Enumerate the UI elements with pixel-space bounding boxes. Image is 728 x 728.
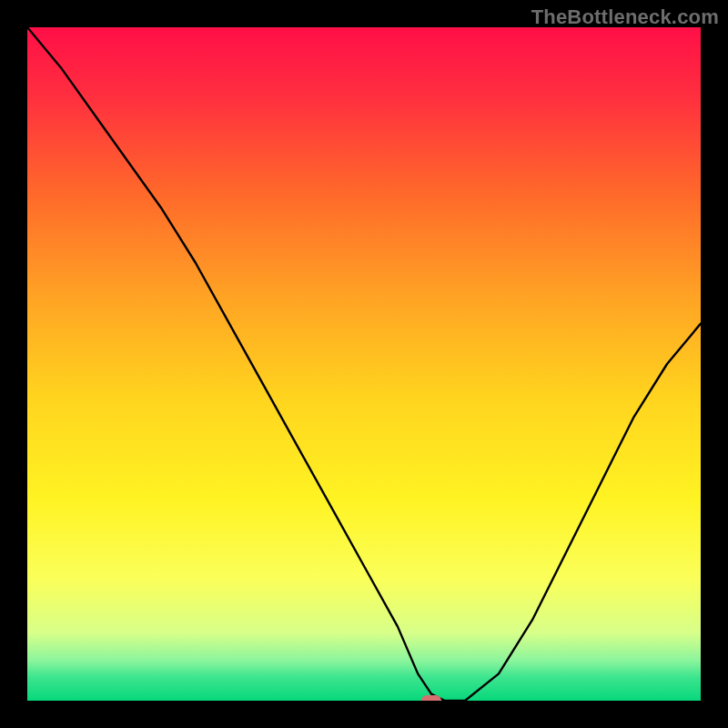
optimal-marker	[421, 695, 441, 701]
chart-background	[27, 27, 701, 701]
plot-area	[27, 27, 701, 701]
chart-frame: TheBottleneck.com	[0, 0, 728, 728]
chart-svg	[27, 27, 701, 701]
watermark-text: TheBottleneck.com	[531, 5, 719, 29]
